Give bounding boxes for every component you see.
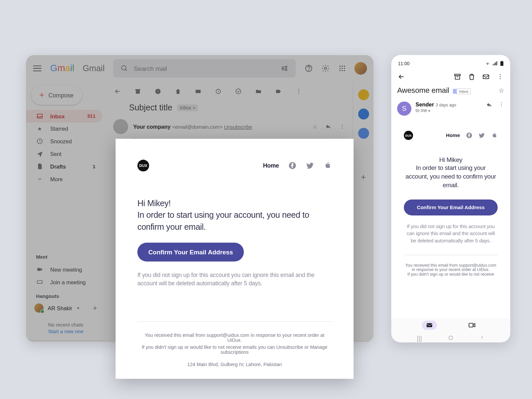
mail-icon[interactable] [482, 72, 490, 81]
twitter-icon[interactable] [306, 161, 314, 170]
facebook-icon[interactable] [466, 132, 472, 139]
sent-time: 3 days ago [436, 103, 456, 107]
more-vert-icon[interactable] [496, 72, 504, 81]
svg-rect-41 [500, 61, 503, 66]
svg-point-48 [501, 102, 502, 103]
email-instruction: In order to start using your account, yo… [404, 163, 498, 189]
svg-rect-53 [469, 323, 473, 327]
footer-line2: If you didn't sign up or would like to n… [404, 272, 498, 277]
star-icon[interactable]: ☆ [498, 86, 504, 94]
footer-address: 124 Main Blvd, Gulberg IV, Lahore, Pakis… [137, 362, 332, 367]
svg-point-46 [500, 76, 501, 77]
svg-rect-42 [501, 61, 502, 62]
wifi-icon [485, 61, 490, 66]
mobile-status-bar: 11:00 [391, 55, 510, 69]
footer-line1: You received this email from support@uid… [137, 332, 332, 342]
mobile-gmail-window: 11:00 Awesome email Inbox ☆ S Sender3 da… [391, 55, 510, 342]
svg-rect-43 [455, 74, 460, 75]
home-link[interactable]: Home [446, 132, 460, 138]
reply-icon[interactable] [486, 101, 493, 108]
inbox-label-chip[interactable]: Inbox [457, 88, 471, 94]
mobile-toolbar [391, 69, 510, 83]
video-tab-icon[interactable] [465, 321, 479, 330]
apple-icon[interactable] [491, 132, 498, 139]
svg-rect-38 [494, 64, 494, 66]
email-footer: You received this email from support@uid… [137, 321, 332, 367]
android-back-icon[interactable] [480, 335, 485, 342]
svg-rect-40 [496, 61, 497, 65]
mail-tab-icon[interactable] [422, 321, 437, 330]
status-time: 11:00 [398, 61, 410, 66]
brand-logo: DUX [137, 160, 149, 171]
svg-rect-44 [483, 75, 489, 78]
facebook-icon[interactable] [288, 161, 297, 170]
android-home-icon[interactable] [448, 335, 454, 342]
svg-point-45 [500, 74, 501, 75]
email-greeting: Hi Mikey [404, 156, 498, 163]
mobile-email-body: DUX Home Hi Mikey In order to start usin… [397, 122, 504, 277]
sender-name: Sender [416, 101, 434, 108]
footer-line1: You received this email from support@uid… [404, 263, 498, 272]
svg-rect-37 [493, 65, 493, 66]
svg-point-47 [500, 78, 501, 79]
signal-icon [493, 61, 498, 66]
home-link[interactable]: Home [263, 162, 279, 169]
battery-icon [500, 61, 503, 66]
svg-point-50 [501, 106, 502, 106]
android-recent-icon[interactable]: ||| [417, 335, 422, 342]
twitter-icon[interactable] [478, 132, 485, 139]
email-footer: You received this email from support@uid… [404, 255, 498, 277]
svg-rect-52 [427, 323, 432, 327]
email-disclaimer: If you did not sign up for this account … [404, 223, 498, 244]
email-content-card: DUX Home Hi Mikey! In order to start usi… [116, 139, 354, 378]
mobile-subject: Awesome email [397, 86, 449, 95]
confirm-email-button[interactable]: Confirm Your Email Address [137, 243, 244, 262]
more-vert-icon[interactable] [498, 101, 504, 107]
email-disclaimer: If you did not sign up for this account … [137, 271, 318, 288]
back-arrow-icon[interactable] [397, 72, 405, 81]
chevron-down-icon[interactable]: ▾ [428, 109, 430, 113]
footer-line2: If you didn't sign up or would like to n… [137, 344, 332, 354]
delete-icon[interactable] [467, 72, 476, 81]
confirm-email-button[interactable]: Confirm Your Email Address [404, 200, 498, 215]
svg-rect-39 [495, 62, 496, 65]
mobile-nav-bar: ||| [391, 318, 510, 342]
email-greeting: Hi Mikey! [137, 198, 332, 209]
to-me-text: to me [416, 108, 427, 113]
brand-logo: DUX [404, 131, 413, 140]
sender-avatar: S [397, 101, 411, 116]
archive-icon[interactable] [453, 72, 462, 81]
email-instruction: In order to start using your account, yo… [137, 209, 322, 233]
svg-point-49 [501, 104, 502, 105]
apple-icon[interactable] [324, 161, 332, 170]
svg-rect-54 [449, 336, 453, 339]
